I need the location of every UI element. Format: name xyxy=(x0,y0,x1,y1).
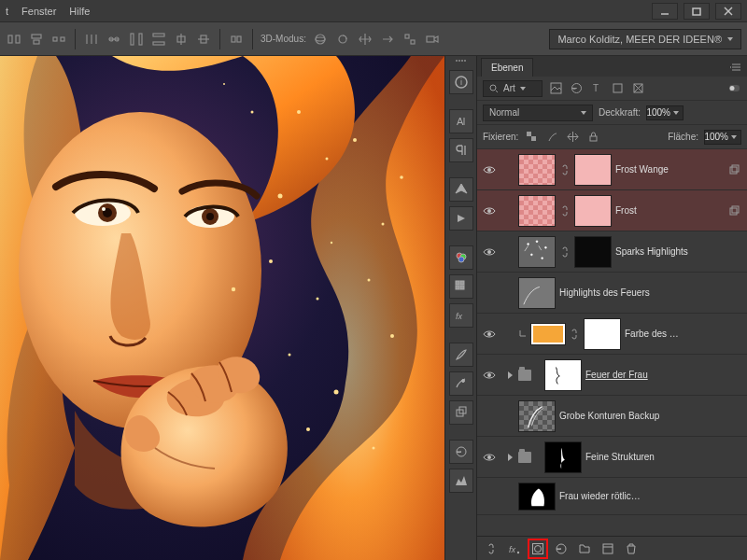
visibility-toggle[interactable] xyxy=(477,165,501,175)
layer-row[interactable]: Feuer der Frau xyxy=(477,355,747,396)
fill-thumbnail[interactable] xyxy=(531,324,565,344)
new-group-icon[interactable] xyxy=(576,540,593,557)
histogram-panel-icon[interactable] xyxy=(449,469,473,493)
lock-all-icon[interactable] xyxy=(585,130,600,145)
delete-layer-icon[interactable] xyxy=(623,540,640,557)
align-icon[interactable] xyxy=(50,31,67,48)
lock-transparency-icon[interactable] xyxy=(524,130,539,145)
layer-thumbnail[interactable] xyxy=(518,236,556,268)
layer-name[interactable]: Frost Wange xyxy=(615,164,725,175)
expand-arrow[interactable] xyxy=(505,371,514,379)
filter-toggle-switch[interactable] xyxy=(726,81,741,96)
mask-link-icon[interactable] xyxy=(559,163,571,176)
info-panel-icon[interactable]: i xyxy=(449,70,473,94)
color-panel-icon[interactable] xyxy=(449,245,473,270)
3d-roll-icon[interactable] xyxy=(334,31,351,48)
clone-source-panel-icon[interactable] xyxy=(449,400,473,425)
expand-arrow[interactable] xyxy=(505,454,514,461)
mask-thumbnail[interactable] xyxy=(518,483,556,511)
filter-shape-icon[interactable] xyxy=(610,81,625,96)
layer-row[interactable]: Highlights des Feuers xyxy=(477,273,747,314)
3d-scale-icon[interactable] xyxy=(402,31,418,48)
link-layers-icon[interactable] xyxy=(483,540,500,557)
add-mask-icon[interactable] xyxy=(529,540,546,557)
menu-item[interactable]: t xyxy=(6,6,8,17)
distribute-icon[interactable] xyxy=(106,31,122,48)
layer-name[interactable]: Feuer der Frau xyxy=(585,370,741,380)
layer-row[interactable]: Farbe des … xyxy=(477,314,747,355)
layer-name[interactable]: Farbe des … xyxy=(625,329,741,339)
layer-name[interactable]: Feine Strukturen xyxy=(585,452,741,462)
visibility-toggle[interactable] xyxy=(477,329,501,339)
layer-row[interactable]: Frost Wange xyxy=(477,149,747,190)
window-maximize-button[interactable] xyxy=(684,3,710,20)
layer-thumbnail[interactable] xyxy=(518,195,556,227)
3d-orbit-icon[interactable] xyxy=(312,31,329,48)
window-close-button[interactable] xyxy=(715,3,741,20)
mask-thumbnail[interactable] xyxy=(574,236,612,268)
3d-camera-icon[interactable] xyxy=(424,31,441,48)
align-icon[interactable] xyxy=(28,31,45,48)
layer-name[interactable]: Frost xyxy=(615,205,725,216)
layer-name[interactable]: Frau wieder rötlic… xyxy=(559,491,741,501)
filter-adjust-icon[interactable] xyxy=(569,81,584,96)
mask-thumbnail[interactable] xyxy=(544,441,582,473)
mask-thumbnail[interactable] xyxy=(584,318,621,350)
layer-row[interactable]: Frost xyxy=(477,190,747,231)
visibility-toggle[interactable] xyxy=(477,206,501,216)
distribute-icon[interactable] xyxy=(83,31,100,48)
filter-type-icon[interactable]: T xyxy=(589,81,604,96)
navigator-panel-icon[interactable] xyxy=(449,177,473,202)
lock-position-icon[interactable] xyxy=(565,130,580,145)
window-minimize-button[interactable] xyxy=(652,3,678,20)
brush-panel-icon[interactable] xyxy=(449,343,473,367)
layer-thumbnail[interactable] xyxy=(518,154,556,186)
layer-name[interactable]: Grobe Konturen Backup xyxy=(559,411,741,421)
document-canvas[interactable] xyxy=(0,56,444,560)
new-layer-icon[interactable] xyxy=(599,540,616,557)
layer-row[interactable]: Frau wieder rötlic… xyxy=(477,478,747,515)
layer-thumbnail[interactable] xyxy=(518,277,556,309)
brush-presets-panel-icon[interactable] xyxy=(449,371,473,396)
lock-pixels-icon[interactable] xyxy=(544,130,559,145)
visibility-toggle[interactable] xyxy=(477,247,501,257)
auto-align-icon[interactable] xyxy=(228,31,245,48)
3d-slide-icon[interactable] xyxy=(379,31,396,48)
adjustments-panel-icon[interactable] xyxy=(449,440,473,464)
layer-row[interactable]: Sparks Highlights xyxy=(477,231,747,273)
mask-thumbnail[interactable] xyxy=(574,195,612,227)
mask-thumbnail[interactable] xyxy=(574,154,612,186)
styles-panel-icon[interactable]: fx xyxy=(449,303,473,328)
filter-pixel-icon[interactable] xyxy=(548,81,563,96)
distribute-icon[interactable] xyxy=(128,31,145,48)
panel-tab-layers[interactable]: Ebenen xyxy=(481,58,533,77)
panel-menu-icon[interactable] xyxy=(728,60,743,75)
layer-row[interactable]: Feine Strukturen xyxy=(477,437,747,478)
layer-row[interactable]: Grobe Konturen Backup xyxy=(477,396,747,437)
layer-filter-type-dropdown[interactable]: Art xyxy=(483,80,543,97)
fill-field[interactable]: 100% xyxy=(704,130,741,145)
layer-name[interactable]: Sparks Highlights xyxy=(615,246,741,257)
layer-name[interactable]: Highlights des Feuers xyxy=(559,287,741,298)
distribute-icon[interactable] xyxy=(195,31,212,48)
new-adjustment-icon[interactable] xyxy=(553,540,570,557)
panel-strip-grip[interactable] xyxy=(448,60,474,65)
actions-panel-icon[interactable] xyxy=(449,206,473,231)
opacity-field[interactable]: 100% xyxy=(646,105,684,120)
workspace-dropdown[interactable]: Marco Kolditz, MEER DER IDEEN® xyxy=(549,29,741,49)
filter-smart-icon[interactable] xyxy=(630,81,645,96)
3d-pan-icon[interactable] xyxy=(357,31,374,48)
swatches-panel-icon[interactable] xyxy=(449,274,473,299)
distribute-icon[interactable] xyxy=(173,31,190,48)
visibility-toggle[interactable] xyxy=(477,371,501,380)
visibility-toggle[interactable] xyxy=(477,453,501,462)
character-panel-icon[interactable]: A xyxy=(449,109,473,133)
mask-link-icon[interactable] xyxy=(559,204,571,217)
layer-thumbnail[interactable] xyxy=(518,400,556,432)
menu-item-help[interactable]: Hilfe xyxy=(69,6,90,17)
layer-fx-icon[interactable]: fx xyxy=(506,540,523,557)
menu-item-window[interactable]: Fenster xyxy=(21,6,56,17)
blend-mode-dropdown[interactable]: Normal xyxy=(483,105,593,121)
mask-link-icon[interactable] xyxy=(569,328,580,341)
distribute-icon[interactable] xyxy=(150,31,167,48)
